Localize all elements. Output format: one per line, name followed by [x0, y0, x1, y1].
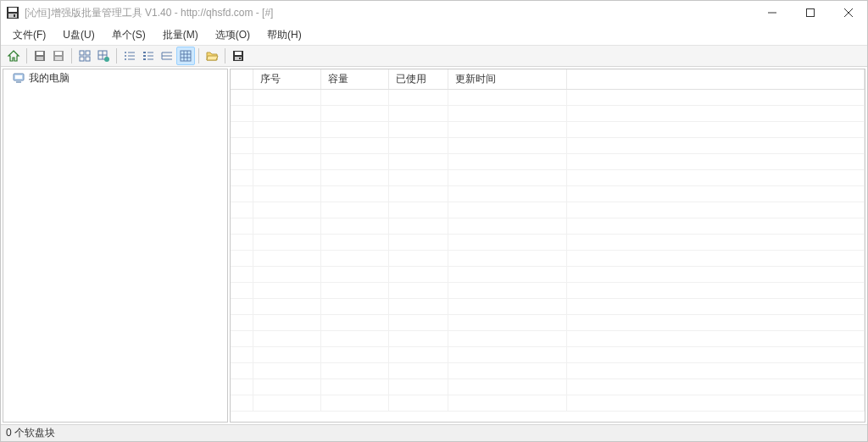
grid-row[interactable]: [231, 106, 865, 122]
grid-header-row: 序号 容量 已使用 更新时间: [231, 69, 865, 90]
grid-row[interactable]: [231, 218, 865, 235]
grid-row[interactable]: [231, 299, 865, 315]
grid-cells-button[interactable]: [75, 47, 94, 65]
disk-icon: [52, 49, 65, 63]
grid-row[interactable]: [231, 90, 865, 106]
content-area: 我的电脑 序号 容量 已使用: [1, 67, 867, 424]
list-view-1-button[interactable]: [120, 47, 139, 65]
grid-col-blank[interactable]: [231, 69, 253, 90]
svg-rect-49: [15, 75, 22, 79]
grid-panel[interactable]: 序号 容量 已使用 更新时间: [230, 69, 865, 423]
grid-body: [231, 90, 865, 412]
grid-view-button[interactable]: [176, 47, 195, 65]
svg-rect-14: [55, 57, 62, 60]
menu-help[interactable]: 帮助(H): [259, 26, 310, 44]
status-text: 0 个软盘块: [6, 426, 55, 440]
menu-options[interactable]: 选项(O): [207, 26, 259, 44]
list-view-2-button[interactable]: [139, 47, 158, 65]
svg-rect-50: [16, 81, 21, 83]
folder-open-icon: [205, 49, 219, 63]
svg-rect-3: [14, 14, 15, 17]
svg-rect-31: [143, 55, 146, 57]
svg-rect-10: [36, 52, 43, 55]
grid-row[interactable]: [231, 138, 865, 154]
home-button[interactable]: [4, 47, 23, 65]
grid-row[interactable]: [231, 395, 865, 412]
svg-rect-2: [8, 14, 17, 18]
titlebar: [沁恒]增强版批量管理工具 V1.40 - http://qhsfd.com -…: [1, 1, 867, 25]
minimize-button[interactable]: [753, 1, 791, 25]
svg-point-22: [104, 57, 109, 62]
grid-row[interactable]: [231, 186, 865, 202]
grid-row[interactable]: [231, 251, 865, 267]
svg-marker-8: [8, 51, 19, 61]
disk-button-2[interactable]: [49, 47, 68, 65]
grid-row[interactable]: [231, 154, 865, 170]
menubar: 文件(F) U盘(U) 单个(S) 批量(M) 选项(O) 帮助(H): [1, 25, 867, 45]
svg-rect-15: [80, 51, 84, 55]
svg-rect-16: [86, 51, 90, 55]
tree-root-label: 我的电脑: [29, 71, 70, 86]
grid-row[interactable]: [231, 202, 865, 218]
computer-icon: [12, 71, 25, 85]
svg-rect-47: [239, 58, 241, 59]
grid-row[interactable]: [231, 315, 865, 331]
grid-row[interactable]: [231, 267, 865, 283]
svg-point-25: [125, 55, 126, 57]
app-window: [沁恒]增强版批量管理工具 V1.40 - http://qhsfd.com -…: [0, 0, 868, 442]
grid-row[interactable]: [231, 379, 865, 395]
svg-rect-13: [55, 52, 62, 55]
save-button[interactable]: [229, 47, 248, 65]
grid-row[interactable]: [231, 363, 865, 379]
grid-col-capacity[interactable]: 容量: [320, 69, 388, 90]
svg-rect-29: [143, 52, 146, 53]
app-floppy-icon: [6, 6, 19, 19]
grid-row[interactable]: [231, 347, 865, 363]
toolbar-separator: [116, 48, 117, 64]
svg-rect-45: [235, 52, 242, 55]
grid-row[interactable]: [231, 170, 865, 186]
save-icon: [231, 49, 245, 63]
tree-root-node[interactable]: 我的电脑: [3, 69, 227, 86]
disk-button-1[interactable]: [31, 47, 49, 65]
menu-udisk[interactable]: U盘(U): [54, 26, 103, 44]
close-button[interactable]: [829, 1, 867, 25]
grid-col-extra[interactable]: [566, 69, 865, 90]
list-lines-icon: [160, 49, 174, 63]
toolbar-separator: [26, 48, 27, 64]
window-title: [沁恒]增强版批量管理工具 V1.40 - http://qhsfd.com -…: [25, 6, 753, 20]
toolbar: [1, 45, 867, 67]
grid-row[interactable]: [231, 283, 865, 299]
grid-icon: [179, 49, 192, 63]
menu-batch[interactable]: 批量(M): [154, 26, 207, 44]
grid-col-used[interactable]: 已使用: [388, 69, 448, 90]
svg-rect-5: [806, 9, 814, 17]
list-view-3-button[interactable]: [158, 47, 176, 65]
grid-col-updated[interactable]: 更新时间: [448, 69, 566, 90]
svg-point-23: [125, 52, 126, 53]
grid-col-index[interactable]: 序号: [253, 69, 320, 90]
maximize-button[interactable]: [791, 1, 829, 25]
toolbar-separator: [198, 48, 199, 64]
grid-add-button[interactable]: [94, 47, 113, 65]
grid-row[interactable]: [231, 235, 865, 251]
grid-row[interactable]: [231, 122, 865, 138]
list-medium-icon: [142, 49, 155, 63]
svg-rect-11: [36, 57, 43, 60]
svg-rect-17: [80, 57, 84, 61]
grid-row[interactable]: [231, 331, 865, 347]
grid-add-icon: [97, 49, 110, 63]
statusbar: 0 个软盘块: [1, 424, 867, 441]
grid-cells-icon: [78, 49, 92, 63]
toolbar-separator: [225, 48, 225, 64]
svg-rect-33: [143, 58, 146, 60]
svg-rect-18: [86, 57, 90, 61]
tree-panel[interactable]: 我的电脑: [3, 69, 228, 423]
svg-rect-1: [8, 8, 17, 12]
open-folder-button[interactable]: [203, 47, 221, 65]
list-small-icon: [123, 49, 136, 63]
menu-single[interactable]: 单个(S): [103, 26, 154, 44]
disk-icon: [33, 49, 47, 63]
toolbar-separator: [71, 48, 72, 64]
menu-file[interactable]: 文件(F): [4, 26, 54, 44]
